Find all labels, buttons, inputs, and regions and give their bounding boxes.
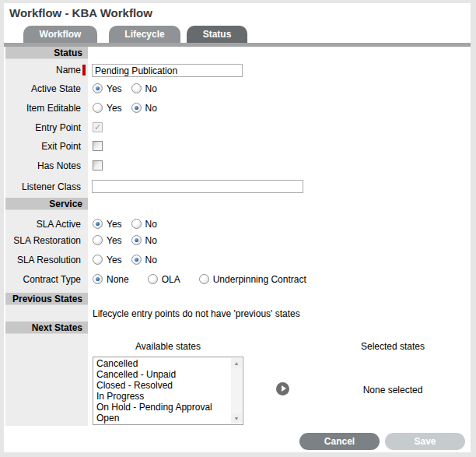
contract-type-option-ola[interactable]: OLA [148,274,180,285]
sla-resolution-label: SLA Resolution [5,254,81,266]
sla-active-label: SLA Active [5,218,81,230]
exit-point-checkbox[interactable] [93,141,103,151]
list-item[interactable]: Cancelled [93,358,230,369]
contract-type-label: Contract Type [5,273,81,286]
listener-class-input[interactable] [92,180,303,193]
has-notes-checkbox[interactable] [93,160,103,170]
listbox-items: CancelledCancelled - UnpaidClosed - Reso… [93,358,230,424]
sla-restoration-label: SLA Restoration [5,234,81,247]
radio-icon[interactable] [93,103,103,113]
required-indicator [82,65,86,76]
radio-icon[interactable] [93,219,103,229]
listener-class-label: Listener Class [5,181,81,193]
name-input[interactable] [92,64,243,77]
list-item[interactable]: Open [93,413,230,424]
active-state-label: Active State [5,83,81,95]
section-header-next-states: Next States [5,322,88,334]
scroll-down-icon[interactable]: ▼ [231,413,242,424]
radio-icon[interactable] [131,103,142,113]
radio-icon[interactable] [131,235,142,245]
radio-icon[interactable] [93,83,103,93]
save-button[interactable]: Save [385,433,465,450]
radio-icon[interactable] [93,235,103,245]
sla-active-radio-group: Yes No [93,218,166,230]
previous-states-message: Lifecycle entry points do not have 'prev… [93,308,300,319]
radio-icon[interactable] [199,274,209,284]
list-item[interactable]: Closed - Resolved [93,380,230,391]
radio-icon[interactable] [131,219,142,229]
radio-icon[interactable] [131,83,142,93]
workflow-config-window: Workflow - KBA Workflow Workflow Lifecyc… [0,0,476,457]
item-editable-option-no[interactable]: No [131,103,157,114]
active-state-option-yes[interactable]: Yes [93,83,122,94]
tab-lifecycle[interactable]: Lifecycle [109,26,180,43]
exit-point-label: Exit Point [5,140,81,153]
scroll-up-icon[interactable]: ▲ [231,358,242,368]
sla-restoration-option-no[interactable]: No [131,235,157,246]
sla-restoration-radio-group: Yes No [93,234,166,246]
listbox-scrollbar[interactable]: ▲ ▼ [231,358,242,424]
list-item[interactable]: On Hold - Pending Approval [93,402,230,413]
item-editable-radio-group: Yes No [93,102,166,114]
section-header-previous-states: Previous States [5,293,88,305]
radio-icon[interactable] [148,274,158,284]
list-item[interactable]: Cancelled - Unpaid [93,369,230,380]
contract-type-option-underpinning[interactable]: Underpinning Contract [199,274,306,285]
sla-resolution-option-no[interactable]: No [131,255,157,265]
tab-workflow[interactable]: Workflow [23,26,97,43]
page-title: Workflow - KBA Workflow [9,6,152,19]
radio-icon[interactable] [131,255,142,265]
sla-resolution-radio-group: Yes No [93,254,166,265]
section-header-status: Status [5,47,88,59]
entry-point-checkbox[interactable] [93,122,103,132]
radio-icon[interactable] [93,274,103,284]
right-arrow-icon [282,385,286,392]
active-state-radio-group: Yes No [93,83,166,94]
has-notes-label: Has Notes [5,160,81,172]
entry-point-label: Entry Point [5,121,81,134]
sla-active-option-no[interactable]: No [131,219,157,230]
sla-restoration-option-yes[interactable]: Yes [93,235,122,246]
selected-states-empty-text: None selected [334,385,451,395]
available-states-listbox[interactable]: CancelledCancelled - UnpaidClosed - Reso… [93,357,243,425]
move-right-button[interactable] [276,382,289,395]
name-label: Name [5,64,81,76]
cancel-button[interactable]: Cancel [299,433,380,450]
list-item[interactable]: In Progress [93,391,230,402]
sla-resolution-option-yes[interactable]: Yes [93,255,122,265]
contract-type-option-none[interactable]: None [93,274,129,285]
available-states-heading: Available states [93,341,243,352]
sla-active-option-yes[interactable]: Yes [93,219,122,230]
tab-status[interactable]: Status [187,26,247,43]
section-header-service: Service [5,198,88,210]
item-editable-option-yes[interactable]: Yes [93,103,122,114]
contract-type-radio-group: None OLA Underpinning Contract [93,273,325,285]
active-state-option-no[interactable]: No [131,83,157,94]
selected-states-heading: Selected states [334,341,451,352]
radio-icon[interactable] [93,255,103,265]
item-editable-label: Item Editable [5,102,81,114]
